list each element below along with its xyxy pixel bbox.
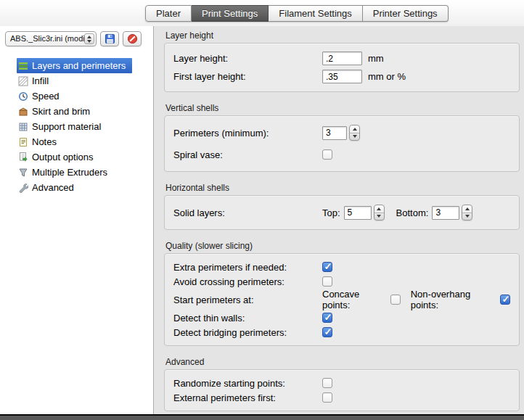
detect-bridging-label: Detect bridging perimeters: [173, 327, 322, 338]
tab-print-settings[interactable]: Print Settings [192, 5, 269, 22]
external-first-label: External perimeters first: [173, 392, 322, 403]
preset-stepper-icon[interactable] [84, 33, 94, 44]
row-layer-height: Layer height: mm [173, 49, 510, 67]
section-vertical-shells: Vertical shells Perimeters (minimum): Sp… [164, 103, 520, 172]
sidebar-item-advanced[interactable]: Advanced [17, 180, 81, 195]
advanced-wrench-icon [18, 183, 28, 193]
sidebar-item-label: Notes [32, 136, 57, 147]
non-overhang-points-checkbox[interactable] [500, 295, 510, 305]
row-perimeters: Perimeters (minimum): [173, 122, 510, 144]
output-options-icon [18, 152, 28, 162]
extra-perimeters-checkbox[interactable] [322, 262, 332, 272]
detect-thin-walls-checkbox[interactable] [322, 313, 332, 323]
solid-layers-top-spinner[interactable] [374, 205, 385, 221]
layer-height-unit: mm [368, 53, 384, 64]
section-quality: Quality (slower slicing) Extra perimeter… [164, 241, 520, 346]
section-layer-height: Layer height Layer height: mm First laye… [164, 30, 520, 92]
arrow-up-icon [87, 36, 91, 38]
first-layer-height-label: First layer height: [173, 71, 322, 82]
print-settings-panel: Layer height Layer height: mm First laye… [155, 26, 524, 414]
solid-layers-bottom-label: Bottom: [396, 207, 429, 218]
non-overhang-points-label: Non-overhang points: [411, 289, 496, 310]
perimeters-spinner[interactable] [349, 125, 360, 141]
spinner-down-icon[interactable] [350, 133, 359, 141]
delete-icon [127, 33, 138, 44]
layer-height-label: Layer height: [173, 53, 322, 64]
detect-thin-walls-label: Detect thin walls: [173, 313, 322, 324]
preset-select-value: ABS._Slic3r.ini (modi… [10, 34, 93, 43]
tab-plater[interactable]: Plater [145, 5, 192, 22]
perimeters-input[interactable] [322, 126, 347, 140]
skirt-icon [18, 107, 28, 117]
concave-points-checkbox[interactable] [390, 295, 401, 305]
sidebar-item-skirt-and-brim[interactable]: Skirt and brim [17, 104, 97, 119]
speed-icon [18, 91, 28, 102]
avoid-crossing-checkbox[interactable] [322, 276, 332, 287]
section-box-horizontal-shells: Solid layers: Top: Bottom: [164, 195, 520, 230]
sidebar-item-label: Support material [32, 121, 101, 132]
tab-filament-settings[interactable]: Filament Settings [269, 5, 362, 22]
preset-row: ABS._Slic3r.ini (modi… [0, 26, 153, 46]
randomize-checkbox[interactable] [322, 378, 332, 388]
sidebar-item-output-options[interactable]: Output options [17, 149, 100, 165]
save-icon [105, 33, 115, 44]
extra-perimeters-label: Extra perimeters if needed: [173, 262, 322, 273]
spinner-up-icon[interactable] [350, 125, 359, 133]
sidebar-item-label: Advanced [32, 182, 74, 193]
sidebar-item-layers-and-perimeters[interactable]: Layers and perimeters [17, 58, 132, 73]
settings-tree: Layers and perimeters Infill Speed Skirt… [0, 58, 153, 195]
sidebar-item-label: Skirt and brim [32, 106, 90, 117]
solid-layers-bottom-input[interactable] [432, 206, 459, 220]
sidebar-item-support-material[interactable]: Support material [17, 119, 107, 134]
spiral-vase-label: Spiral vase: [173, 149, 322, 160]
section-title-quality: Quality (slower slicing) [165, 241, 520, 251]
row-detect-bridging: Detect bridging perimeters: [173, 325, 510, 339]
solid-layers-label: Solid layers: [173, 207, 322, 218]
row-start-perimeters: Start perimeters at: Concave points: Non… [173, 289, 510, 310]
sidebar-item-label: Infill [32, 75, 49, 86]
sidebar-item-label: Speed [32, 91, 60, 102]
solid-layers-top-input[interactable] [344, 206, 372, 220]
section-horizontal-shells: Horizontal shells Solid layers: Top: Bot… [164, 183, 520, 230]
section-title-vertical-shells: Vertical shells [165, 103, 520, 113]
row-extra-perimeters: Extra perimeters if needed: [173, 260, 510, 274]
sidebar-item-multiple-extruders[interactable]: Multiple Extruders [17, 165, 114, 180]
spiral-vase-checkbox[interactable] [322, 149, 332, 160]
sidebar-item-speed[interactable]: Speed [17, 88, 66, 104]
detect-bridging-checkbox[interactable] [322, 327, 332, 337]
extruders-icon [18, 168, 28, 178]
concave-points-label: Concave points: [322, 289, 387, 310]
solid-layers-bottom-spinner[interactable] [462, 205, 472, 221]
row-spiral-vase: Spiral vase: [173, 144, 510, 165]
save-preset-button[interactable] [100, 31, 119, 46]
external-first-checkbox[interactable] [322, 392, 332, 403]
section-box-layer-height: Layer height: mm First layer height: mm … [164, 43, 520, 92]
delete-preset-button[interactable] [123, 31, 142, 46]
section-title-layer-height: Layer height [165, 30, 520, 41]
section-box-quality: Extra perimeters if needed: Avoid crossi… [164, 253, 520, 346]
avoid-crossing-label: Avoid crossing perimeters: [173, 276, 322, 287]
section-box-vertical-shells: Perimeters (minimum): Spiral vase: [164, 115, 520, 172]
row-external-first: External perimeters first: [173, 390, 510, 405]
section-title-advanced: Advanced [165, 357, 520, 367]
row-avoid-crossing: Avoid crossing perimeters: [173, 274, 510, 289]
support-icon [18, 122, 28, 132]
sidebar-item-label: Layers and perimeters [32, 60, 126, 71]
plater-view-top-edge [0, 414, 524, 420]
spinner-up-icon[interactable] [462, 205, 472, 213]
spinner-down-icon[interactable] [462, 213, 472, 221]
section-title-horizontal-shells: Horizontal shells [165, 183, 520, 193]
layer-height-input[interactable] [322, 52, 362, 65]
sidebar-item-notes[interactable]: Notes [17, 134, 63, 149]
randomize-label: Randomize starting points: [173, 378, 322, 389]
sidebar-item-label: Output options [32, 152, 94, 162]
start-perimeters-label: Start perimeters at: [173, 295, 322, 305]
spinner-up-icon[interactable] [374, 205, 384, 213]
tab-printer-settings[interactable]: Printer Settings [363, 5, 449, 22]
sidebar-item-infill[interactable]: Infill [17, 73, 55, 88]
solid-layers-top-label: Top: [322, 207, 340, 218]
first-layer-height-input[interactable] [322, 70, 362, 83]
spinner-down-icon[interactable] [374, 213, 384, 221]
preset-select[interactable]: ABS._Slic3r.ini (modi… [5, 31, 97, 46]
section-box-advanced: Randomize starting points: External peri… [164, 369, 520, 411]
